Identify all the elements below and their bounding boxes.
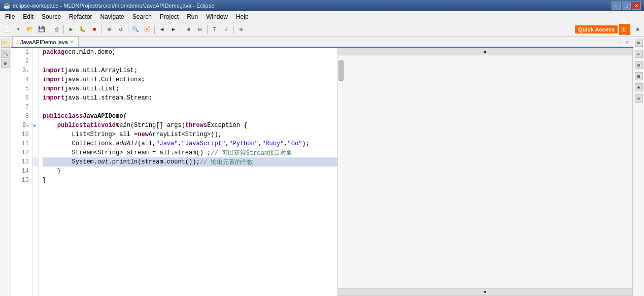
- scroll-down-btn[interactable]: ▼: [338, 288, 633, 295]
- line-num-8: 8: [11, 112, 32, 121]
- close-button[interactable]: ✕: [632, 2, 641, 10]
- code-line-2: [43, 57, 337, 66]
- line-num-5: 5: [11, 84, 32, 93]
- maximize-button[interactable]: □: [622, 2, 631, 10]
- tb-sep-8: [233, 25, 234, 34]
- tb-run-btn[interactable]: ▶: [65, 24, 77, 35]
- title-bar: ☕ eclipse-workspace - MLDNProject/src/cn…: [0, 0, 644, 11]
- line-num-9: 9●: [11, 121, 32, 130]
- sidebar-search-icon[interactable]: 🔍: [1, 49, 10, 58]
- code-line-5: import java.util.List;: [43, 84, 337, 93]
- line-num-7: 7: [11, 103, 32, 112]
- menu-file[interactable]: File: [1, 11, 19, 22]
- minimize-button[interactable]: ─: [612, 2, 621, 10]
- line-num-12: 12: [11, 148, 32, 157]
- code-line-8: public class JavaAPIDemo {: [43, 112, 337, 121]
- right-panel-icon-5[interactable]: ⊕: [635, 83, 643, 91]
- scroll-thumb[interactable]: [338, 60, 344, 81]
- tb-sep-7: [207, 25, 208, 34]
- right-panel-icon-2[interactable]: ≡: [635, 50, 643, 58]
- tb-save-btn[interactable]: 💾: [36, 24, 47, 35]
- line-numbers: 1 2 3● 4 5 6 7 8 9● 10 11 12 13 14 15: [11, 48, 32, 296]
- right-panel-icon-1[interactable]: ⊞: [635, 39, 643, 47]
- code-view: 1 2 3● 4 5 6 7 8 9● 10 11 12 13 14 15: [11, 48, 633, 296]
- tb-sep-6: [181, 25, 181, 34]
- line-num-14: 14: [11, 167, 32, 176]
- line-num-4: 4: [11, 75, 32, 84]
- menu-run[interactable]: Run: [183, 11, 202, 22]
- tab-maximize-btn[interactable]: □: [624, 39, 632, 47]
- sidebar-settings-icon[interactable]: ⚙: [1, 59, 10, 68]
- menu-edit[interactable]: Edit: [19, 11, 38, 22]
- line-num-1: 1: [11, 48, 32, 57]
- tb-refresh-btn[interactable]: ↺: [115, 24, 126, 35]
- tb-java-btn[interactable]: J: [221, 24, 232, 35]
- line-num-13: 13: [11, 157, 32, 167]
- menu-help[interactable]: Help: [232, 11, 253, 22]
- code-line-7: [43, 103, 337, 112]
- tb-sep-2: [63, 25, 64, 34]
- right-panel-icon-6[interactable]: ⊖: [635, 94, 643, 103]
- quick-access-label[interactable]: Quick Access: [575, 25, 618, 34]
- tb-sep-3: [101, 25, 102, 34]
- tb-extra2-btn[interactable]: ⊟: [194, 24, 206, 35]
- code-line-4: import java.util.Collections;: [43, 75, 337, 84]
- line-num-2: 2: [11, 57, 32, 66]
- code-line-13: System.out.println(stream.count()); // 输…: [43, 157, 337, 167]
- cn-brand-icon: 网里云: [619, 24, 630, 35]
- tb-back-btn[interactable]: ◀: [156, 24, 167, 35]
- tab-minimize-btn[interactable]: ─: [616, 39, 624, 47]
- menu-bar: File Edit Source Refactor Navigate Searc…: [0, 11, 644, 22]
- tb-type-btn[interactable]: T: [209, 24, 220, 35]
- tab-close-btn[interactable]: ✕: [70, 39, 74, 45]
- tb-build-btn[interactable]: ⚙: [104, 24, 115, 35]
- tab-bar: J JavaAPIDemo.java ✕ ─ □: [11, 37, 633, 48]
- far-right-panel: ⊞ ≡ ⊟ ▤ ⊕ ⊖: [633, 37, 644, 296]
- line-num-15: 15: [11, 176, 32, 185]
- main-area: 📁 🔍 ⚙ J JavaAPIDemo.java ✕ ─ □ 1 2 3● 4: [0, 37, 644, 296]
- left-sidebar: 📁 🔍 ⚙: [0, 37, 11, 296]
- line-num-10: 10: [11, 130, 32, 139]
- menu-project[interactable]: Project: [156, 11, 183, 22]
- code-line-15: }: [43, 176, 337, 185]
- tb-extra1-btn[interactable]: ⊞: [183, 24, 194, 35]
- editor-tab-javaapidemo[interactable]: J JavaAPIDemo.java ✕: [12, 37, 79, 47]
- code-line-10: List<String> all = new ArrayList<String>…: [43, 130, 337, 139]
- menu-navigate[interactable]: Navigate: [96, 11, 128, 22]
- tb-print-btn[interactable]: 🖨: [51, 24, 62, 35]
- vertical-scrollbar[interactable]: ▲ ▼: [337, 48, 633, 296]
- tb-search-btn[interactable]: 🔍: [130, 24, 141, 35]
- code-line-1: package cn.mldn.demo;: [43, 48, 337, 57]
- scroll-track: [338, 55, 633, 288]
- tb-nav-btn[interactable]: 🧭: [142, 24, 153, 35]
- app-icon: ☕: [3, 2, 11, 9]
- editor-container: J JavaAPIDemo.java ✕ ─ □ 1 2 3● 4 5 6 7 …: [11, 37, 633, 296]
- tab-bar-controls[interactable]: ─ □: [616, 39, 633, 47]
- sidebar-restore-icon[interactable]: 📁: [1, 39, 10, 48]
- title-bar-buttons[interactable]: ─ □ ✕: [612, 2, 641, 10]
- right-panel-icon-4[interactable]: ▤: [635, 72, 643, 80]
- code-content[interactable]: package cn.mldn.demo; import java.util.A…: [39, 48, 337, 296]
- code-line-14: }: [43, 167, 337, 176]
- tb-perspective-btn[interactable]: ⊕: [235, 24, 247, 35]
- menu-source[interactable]: Source: [38, 11, 65, 22]
- menu-refactor[interactable]: Refactor: [65, 11, 96, 22]
- tab-filename: JavaAPIDemo.java: [20, 39, 68, 45]
- tb-fwd-btn[interactable]: ▶: [168, 24, 179, 35]
- tb-sep-4: [128, 25, 128, 34]
- menu-window[interactable]: Window: [202, 11, 232, 22]
- menu-search[interactable]: Search: [128, 11, 156, 22]
- tb-debug-btn[interactable]: 🐛: [77, 24, 88, 35]
- tb-new-btn[interactable]: 📄: [1, 24, 12, 35]
- tab-java-icon: J: [16, 39, 18, 45]
- tb-open-btn[interactable]: 📂: [24, 24, 36, 35]
- scroll-up-btn[interactable]: ▲: [338, 48, 633, 55]
- code-line-6: import java.util.stream.Stream;: [43, 93, 337, 103]
- title-bar-left: ☕ eclipse-workspace - MLDNProject/src/cn…: [3, 2, 214, 9]
- right-panel-icon-3[interactable]: ⊟: [635, 61, 643, 69]
- marker-bar: ▶: [32, 48, 39, 296]
- window-title: eclipse-workspace - MLDNProject/src/cn/m…: [13, 3, 214, 9]
- tb-stop-btn[interactable]: ■: [89, 24, 100, 35]
- tb-perspective-switch-btn[interactable]: ⊞: [632, 24, 643, 35]
- tb-dropdown-btn[interactable]: ▾: [13, 24, 24, 35]
